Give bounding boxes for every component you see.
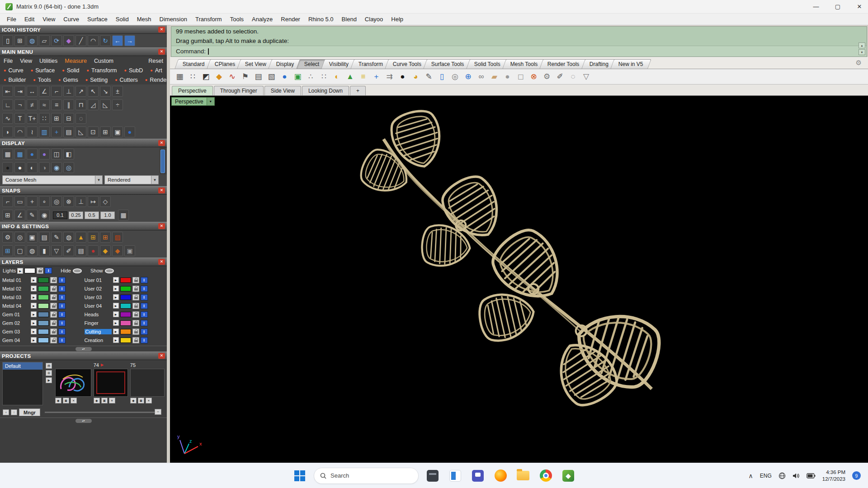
lock-icon[interactable] <box>132 303 139 309</box>
main-menu-item[interactable]: ● Art <box>150 67 162 74</box>
gear-pair-icon[interactable]: ⚙ <box>541 70 553 83</box>
arch-tool-icon[interactable]: ◠ <box>14 127 25 137</box>
snap-near-icon[interactable]: ▭ <box>14 196 25 207</box>
delete-ball-icon[interactable]: ⊗ <box>528 70 540 83</box>
layer-material-toggle[interactable]: I <box>58 328 66 335</box>
close-panel-icon[interactable]: ✕ <box>158 27 165 33</box>
layer-row[interactable]: Cutting ▶ I <box>85 328 165 335</box>
lock-icon[interactable] <box>132 277 139 283</box>
slope-right-icon[interactable]: ◿ <box>88 99 99 110</box>
measure-right-icon[interactable]: ⇥ <box>14 86 25 97</box>
menu-item[interactable]: Blend <box>338 14 361 24</box>
grid-settings-icon[interactable]: ▦ <box>118 210 129 221</box>
globe-alt-icon[interactable]: ◍ <box>27 245 38 256</box>
explode-icon[interactable]: ⇉ <box>383 70 396 83</box>
select-points-icon[interactable]: ∷ <box>187 70 199 83</box>
monitor-info-icon[interactable]: ▣ <box>27 232 38 243</box>
layer-row[interactable]: Gem 01 ▶ I <box>2 310 83 318</box>
play-icon[interactable]: ▶ <box>101 363 104 367</box>
emerald-box-icon[interactable]: ▣ <box>292 70 304 83</box>
layer-expand-button[interactable]: ▶ <box>31 286 37 291</box>
text-add-icon[interactable]: T+ <box>27 113 38 124</box>
filter-funnel-icon[interactable]: ▽ <box>580 70 592 83</box>
magnifier-icon[interactable]: ◎ <box>14 232 25 243</box>
close-panel-icon[interactable]: ✕ <box>158 223 165 229</box>
measure-left-icon[interactable]: ⇤ <box>2 86 13 97</box>
menu-item[interactable]: Dimension <box>156 14 191 24</box>
hd-display-icon[interactable]: ▤ <box>252 70 264 83</box>
layer-row[interactable]: Metal 03 ▶ I <box>2 293 83 301</box>
main-menu-item[interactable]: ● Builder <box>4 77 26 83</box>
measure-distance-icon[interactable]: ↔ <box>27 86 38 97</box>
mesh-quality-dropdown[interactable]: Coarse Mesh ▼ <box>2 175 103 184</box>
snap-tangent-icon[interactable]: ↦ <box>88 196 99 207</box>
collapse-handle[interactable]: ▴▾ <box>75 419 92 423</box>
gold-gem-icon[interactable]: ◆ <box>100 245 111 256</box>
shaded-view-icon[interactable]: ◩ <box>200 70 212 83</box>
hidden-icons-chevron[interactable]: ∧ <box>749 472 753 479</box>
color-grid-icon[interactable]: ▦ <box>14 149 25 160</box>
app-icon-firefox[interactable] <box>492 467 509 484</box>
layer-name[interactable]: Heads <box>85 312 112 317</box>
screen-blank-icon[interactable]: ▢ <box>14 245 25 256</box>
orange-grid-icon[interactable]: ⊞ <box>100 232 111 243</box>
layer-expand-button[interactable]: ▶ <box>31 311 37 317</box>
gray-sphere-icon[interactable]: ● <box>501 70 514 83</box>
layer-row[interactable]: Metal 04 ▶ I <box>2 302 83 310</box>
layer-name[interactable]: Cutting <box>85 329 112 334</box>
thumbnail-lock-button[interactable]: ◆ <box>94 398 100 404</box>
dots-pattern-icon[interactable]: ∷ <box>39 113 50 124</box>
world-globe-icon[interactable]: ⊕ <box>462 70 474 83</box>
snap-value-button[interactable]: 0.25 <box>69 211 83 219</box>
light-render-icon[interactable]: ● <box>14 162 25 173</box>
main-menu-item[interactable]: ● Render <box>145 77 168 83</box>
grid-snap-icon[interactable]: ⊞ <box>2 210 13 221</box>
gold-material-icon[interactable]: ◆ <box>213 70 225 83</box>
grid-add-icon[interactable]: ⊞ <box>51 113 62 124</box>
sheet-icon[interactable]: ▤ <box>63 127 74 137</box>
black-pearl-icon[interactable]: ● <box>396 70 409 83</box>
empty-thumbnail-slot[interactable] <box>130 369 165 397</box>
layer-row[interactable]: User 01 ▶ I <box>85 276 165 284</box>
thumbnail-delete-button[interactable]: ✕ <box>71 398 77 404</box>
notification-badge[interactable]: 9 <box>852 471 861 480</box>
measure-se-icon[interactable]: ↘ <box>100 86 111 97</box>
clock[interactable]: 4:36 PM 12/7/2023 <box>822 469 845 483</box>
app-icon-teams[interactable] <box>469 467 486 484</box>
layer-color-swatch[interactable] <box>38 320 49 326</box>
document-stack-icon[interactable]: ▤ <box>39 232 50 243</box>
compare-tool-icon[interactable]: ≠ <box>27 99 38 110</box>
project-slider[interactable]: − <box>45 412 161 413</box>
screen-c-icon[interactable]: ▣ <box>112 127 123 137</box>
snap-mid-icon[interactable]: ∘ <box>39 196 50 207</box>
set-square-icon[interactable]: ◺ <box>75 127 86 137</box>
sketch-curve-icon[interactable]: ∿ <box>2 113 13 124</box>
snap-value-button[interactable]: 1.0 <box>100 211 115 219</box>
measure-tolerance-icon[interactable]: ± <box>112 86 123 97</box>
display-mode-dropdown[interactable]: Rendered ▼ <box>104 175 159 184</box>
screen-b-icon[interactable]: ⊞ <box>100 127 111 137</box>
lock-icon[interactable] <box>50 337 57 343</box>
gold-triangle-icon[interactable]: ▲ <box>75 232 86 243</box>
maximize-button[interactable]: ▢ <box>835 3 841 10</box>
play-icon[interactable]: ▶ <box>46 377 52 383</box>
main-menu-item[interactable]: ● Tools <box>33 77 51 83</box>
thumbnail-copy-button[interactable]: ▣ <box>63 398 69 404</box>
layer-color-swatch[interactable] <box>24 268 35 273</box>
lights-label[interactable]: Lights <box>3 268 16 273</box>
layer-name[interactable]: Gem 02 <box>2 320 29 326</box>
bar-chart-icon[interactable]: ▥ <box>39 127 50 137</box>
thumbnail-copy-button[interactable]: ▣ <box>101 398 108 404</box>
divide-tool-icon[interactable]: ÷ <box>112 99 123 110</box>
blue-ball-icon[interactable]: ● <box>124 127 135 137</box>
named-selection-icon[interactable]: ⊞ <box>14 35 25 46</box>
snap-intersection-icon[interactable]: ⊗ <box>63 196 74 207</box>
arc-icon[interactable]: ◠ <box>88 35 99 46</box>
move-up-button[interactable]: ↑ <box>11 409 17 415</box>
grid-icon[interactable]: ⊞ <box>46 370 52 376</box>
layer-material-toggle[interactable]: I <box>58 320 66 326</box>
viewport-3d[interactable]: Perspective ▼ <box>170 96 868 463</box>
layer-name[interactable]: User 01 <box>85 277 112 283</box>
lock-icon[interactable] <box>132 328 139 335</box>
project-item-default[interactable]: Default <box>3 362 42 370</box>
